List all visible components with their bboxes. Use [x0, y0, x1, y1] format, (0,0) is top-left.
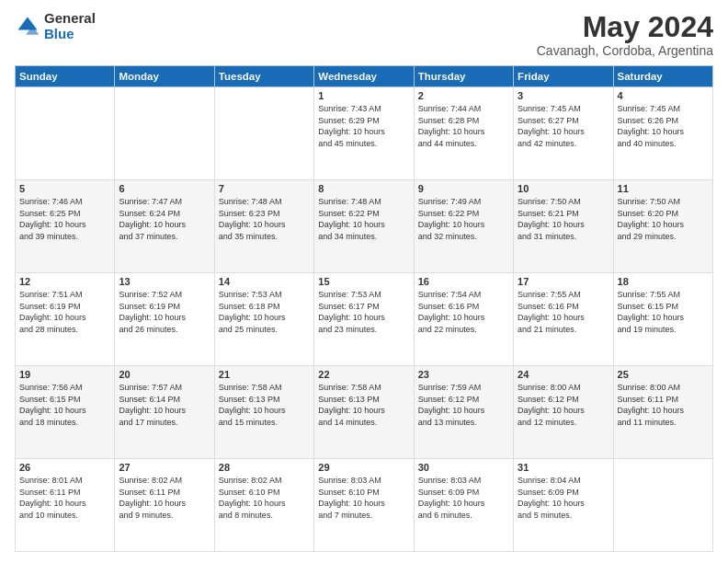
day-info: Sunrise: 7:43 AMSunset: 6:29 PMDaylight:…	[318, 103, 409, 149]
calendar-cell: 7Sunrise: 7:48 AMSunset: 6:23 PMDaylight…	[214, 180, 313, 273]
day-info: Sunrise: 8:02 AMSunset: 6:10 PMDaylight:…	[219, 475, 310, 521]
calendar-cell: 6Sunrise: 7:47 AMSunset: 6:24 PMDaylight…	[115, 180, 214, 273]
day-info: Sunrise: 7:51 AMSunset: 6:19 PMDaylight:…	[19, 289, 110, 335]
day-number: 19	[19, 369, 110, 380]
day-number: 3	[518, 90, 609, 101]
day-info: Sunrise: 7:54 AMSunset: 6:16 PMDaylight:…	[418, 289, 509, 335]
calendar-cell	[214, 87, 313, 180]
day-number: 17	[518, 276, 609, 287]
calendar-week-row: 26Sunrise: 8:01 AMSunset: 6:11 PMDayligh…	[16, 459, 713, 552]
calendar-cell: 17Sunrise: 7:55 AMSunset: 6:16 PMDayligh…	[514, 273, 613, 366]
calendar-cell: 1Sunrise: 7:43 AMSunset: 6:29 PMDaylight…	[314, 87, 414, 180]
day-number: 30	[418, 462, 509, 473]
calendar-cell: 29Sunrise: 8:03 AMSunset: 6:10 PMDayligh…	[314, 459, 414, 552]
day-number: 26	[19, 462, 110, 473]
calendar-cell: 21Sunrise: 7:58 AMSunset: 6:13 PMDayligh…	[214, 366, 313, 459]
day-number: 20	[119, 369, 210, 380]
day-info: Sunrise: 7:52 AMSunset: 6:19 PMDaylight:…	[119, 289, 210, 335]
calendar-cell	[115, 87, 214, 180]
calendar-cell: 3Sunrise: 7:45 AMSunset: 6:27 PMDaylight…	[514, 87, 613, 180]
calendar-table: SundayMondayTuesdayWednesdayThursdayFrid…	[15, 65, 713, 552]
page: General Blue May 2024 Cavanagh, Cordoba,…	[0, 0, 728, 563]
calendar-cell: 20Sunrise: 7:57 AMSunset: 6:14 PMDayligh…	[115, 366, 214, 459]
day-number: 24	[518, 369, 609, 380]
day-info: Sunrise: 7:44 AMSunset: 6:28 PMDaylight:…	[418, 103, 509, 149]
calendar-day-header: Friday	[514, 66, 613, 87]
day-info: Sunrise: 7:45 AMSunset: 6:27 PMDaylight:…	[518, 103, 609, 149]
calendar-cell: 27Sunrise: 8:02 AMSunset: 6:11 PMDayligh…	[115, 459, 214, 552]
day-number: 18	[618, 276, 709, 287]
day-number: 13	[119, 276, 210, 287]
day-number: 28	[219, 462, 310, 473]
day-number: 7	[219, 183, 310, 194]
day-info: Sunrise: 7:47 AMSunset: 6:24 PMDaylight:…	[119, 196, 210, 242]
day-info: Sunrise: 7:49 AMSunset: 6:22 PMDaylight:…	[418, 196, 509, 242]
calendar-cell: 15Sunrise: 7:53 AMSunset: 6:17 PMDayligh…	[314, 273, 414, 366]
day-info: Sunrise: 7:45 AMSunset: 6:26 PMDaylight:…	[618, 103, 709, 149]
day-info: Sunrise: 7:48 AMSunset: 6:23 PMDaylight:…	[219, 196, 310, 242]
day-info: Sunrise: 7:48 AMSunset: 6:22 PMDaylight:…	[318, 196, 409, 242]
day-number: 23	[418, 369, 509, 380]
calendar-week-row: 19Sunrise: 7:56 AMSunset: 6:15 PMDayligh…	[16, 366, 713, 459]
calendar-cell: 11Sunrise: 7:50 AMSunset: 6:20 PMDayligh…	[613, 180, 712, 273]
calendar-cell: 10Sunrise: 7:50 AMSunset: 6:21 PMDayligh…	[514, 180, 613, 273]
title-block: May 2024 Cavanagh, Cordoba, Argentina	[537, 11, 713, 58]
day-number: 27	[119, 462, 210, 473]
calendar-cell: 26Sunrise: 8:01 AMSunset: 6:11 PMDayligh…	[16, 459, 115, 552]
day-info: Sunrise: 8:01 AMSunset: 6:11 PMDaylight:…	[19, 475, 110, 521]
calendar-day-header: Sunday	[16, 66, 115, 87]
day-info: Sunrise: 7:58 AMSunset: 6:13 PMDaylight:…	[318, 382, 409, 428]
logo-text: General Blue	[44, 11, 96, 41]
day-number: 21	[219, 369, 310, 380]
day-number: 9	[418, 183, 509, 194]
day-info: Sunrise: 7:57 AMSunset: 6:14 PMDaylight:…	[119, 382, 210, 428]
day-number: 5	[19, 183, 110, 194]
day-number: 22	[318, 369, 409, 380]
calendar-cell: 9Sunrise: 7:49 AMSunset: 6:22 PMDaylight…	[414, 180, 513, 273]
day-number: 31	[518, 462, 609, 473]
day-info: Sunrise: 8:02 AMSunset: 6:11 PMDaylight:…	[119, 475, 210, 521]
calendar-cell: 5Sunrise: 7:46 AMSunset: 6:25 PMDaylight…	[16, 180, 115, 273]
calendar-cell: 30Sunrise: 8:03 AMSunset: 6:09 PMDayligh…	[414, 459, 513, 552]
logo-general-text: General	[44, 11, 96, 27]
day-info: Sunrise: 7:50 AMSunset: 6:21 PMDaylight:…	[518, 196, 609, 242]
day-number: 14	[219, 276, 310, 287]
calendar-cell: 8Sunrise: 7:48 AMSunset: 6:22 PMDaylight…	[314, 180, 414, 273]
calendar-cell: 28Sunrise: 8:02 AMSunset: 6:10 PMDayligh…	[214, 459, 313, 552]
calendar-cell: 24Sunrise: 8:00 AMSunset: 6:12 PMDayligh…	[514, 366, 613, 459]
calendar-cell: 12Sunrise: 7:51 AMSunset: 6:19 PMDayligh…	[16, 273, 115, 366]
day-number: 16	[418, 276, 509, 287]
day-number: 4	[618, 90, 709, 101]
calendar-cell: 16Sunrise: 7:54 AMSunset: 6:16 PMDayligh…	[414, 273, 513, 366]
calendar-cell: 14Sunrise: 7:53 AMSunset: 6:18 PMDayligh…	[214, 273, 313, 366]
logo-icon	[15, 14, 40, 40]
calendar-cell: 4Sunrise: 7:45 AMSunset: 6:26 PMDaylight…	[613, 87, 712, 180]
day-number: 15	[318, 276, 409, 287]
calendar-cell: 13Sunrise: 7:52 AMSunset: 6:19 PMDayligh…	[115, 273, 214, 366]
day-info: Sunrise: 7:53 AMSunset: 6:17 PMDaylight:…	[318, 289, 409, 335]
day-info: Sunrise: 7:46 AMSunset: 6:25 PMDaylight:…	[19, 196, 110, 242]
day-number: 29	[318, 462, 409, 473]
day-info: Sunrise: 7:55 AMSunset: 6:16 PMDaylight:…	[518, 289, 609, 335]
day-info: Sunrise: 7:53 AMSunset: 6:18 PMDaylight:…	[219, 289, 310, 335]
day-number: 10	[518, 183, 609, 194]
main-title: May 2024	[537, 11, 713, 43]
day-info: Sunrise: 8:00 AMSunset: 6:12 PMDaylight:…	[518, 382, 609, 428]
day-info: Sunrise: 7:55 AMSunset: 6:15 PMDaylight:…	[618, 289, 709, 335]
header: General Blue May 2024 Cavanagh, Cordoba,…	[15, 11, 713, 58]
calendar-day-header: Saturday	[613, 66, 712, 87]
day-info: Sunrise: 8:03 AMSunset: 6:10 PMDaylight:…	[318, 475, 409, 521]
day-number: 11	[618, 183, 709, 194]
calendar-day-header: Wednesday	[314, 66, 414, 87]
day-number: 12	[19, 276, 110, 287]
day-info: Sunrise: 7:59 AMSunset: 6:12 PMDaylight:…	[418, 382, 509, 428]
calendar-cell: 19Sunrise: 7:56 AMSunset: 6:15 PMDayligh…	[16, 366, 115, 459]
calendar-cell: 23Sunrise: 7:59 AMSunset: 6:12 PMDayligh…	[414, 366, 513, 459]
calendar-day-header: Thursday	[414, 66, 513, 87]
calendar-header-row: SundayMondayTuesdayWednesdayThursdayFrid…	[16, 66, 713, 87]
day-info: Sunrise: 8:04 AMSunset: 6:09 PMDaylight:…	[518, 475, 609, 521]
calendar-day-header: Monday	[115, 66, 214, 87]
day-number: 2	[418, 90, 509, 101]
day-info: Sunrise: 7:56 AMSunset: 6:15 PMDaylight:…	[19, 382, 110, 428]
day-number: 25	[618, 369, 709, 380]
